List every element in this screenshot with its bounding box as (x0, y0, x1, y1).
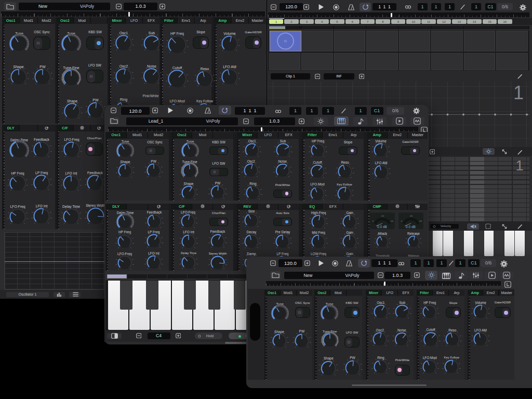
svg-text:01: 01 (284, 39, 287, 43)
svg-text:0: 0 (401, 220, 402, 222)
svg-text:-10: -10 (409, 215, 413, 217)
svg-text:-10: -10 (380, 215, 384, 217)
svg-text:-20: -20 (418, 220, 422, 222)
svg-text:-20: -20 (390, 220, 393, 222)
svg-text:0: 0 (372, 220, 374, 222)
